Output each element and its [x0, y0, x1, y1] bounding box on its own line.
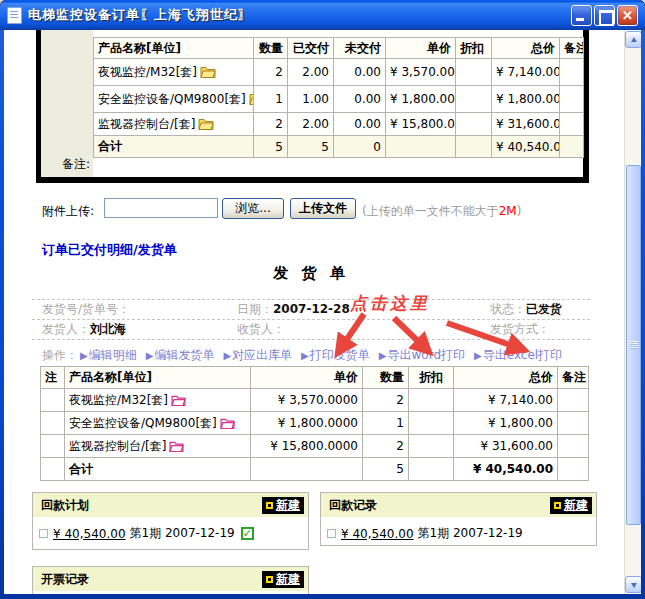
total-cell: ¥ 7,140.00	[454, 389, 558, 412]
total-cell: ¥ 1,800.00	[454, 412, 558, 435]
paid-check-icon: ✓	[241, 527, 254, 540]
op-link-label: 导出word打印	[388, 348, 466, 362]
panel-payment-plan: 回款计划 新建 ¥ 40,540.00 第1期 2007-12-19 ✓	[32, 492, 309, 550]
order-table: 产品名称[单位] 数量 已交付 未交付 单价 折扣 总价 备注 夜视监控/M32…	[93, 37, 584, 158]
qty-cell: 2	[363, 389, 409, 412]
folder-icon[interactable]	[171, 395, 186, 406]
minimize-button[interactable]	[571, 5, 592, 26]
op-link-label: 导出excel打印	[483, 348, 562, 362]
column-header: 总价	[454, 367, 558, 389]
column-header: 产品名称[单位]	[65, 367, 251, 389]
column-header: 注	[41, 367, 65, 389]
column-header: 数量	[363, 367, 409, 389]
op-outbound-link[interactable]: ▶对应出库单	[223, 347, 292, 364]
column-header: 单价	[251, 367, 363, 389]
product-name: 安全监控设备/QM9800[套]	[98, 92, 246, 106]
product-name: 夜视监控/M32[套]	[98, 65, 197, 79]
op-edit-detail-link[interactable]: ▶编辑明细	[80, 347, 137, 364]
folder-icon[interactable]	[198, 118, 214, 130]
folder-icon[interactable]	[249, 93, 254, 105]
op-print-shipping-link[interactable]: ▶打印发货单	[301, 347, 370, 364]
discount-cell	[409, 412, 454, 435]
browse-button[interactable]: 浏览...	[222, 198, 284, 219]
product-name-cell: 监视器控制台/[套]	[94, 113, 254, 136]
total-label: 合计	[94, 136, 254, 158]
total-cell: ¥ 31,600.00	[492, 113, 560, 136]
new-button-label: 新建	[564, 497, 588, 514]
product-name: 监视器控制台/[套]	[69, 439, 166, 453]
column-header: 已交付	[288, 38, 334, 59]
item-checkbox[interactable]	[327, 529, 336, 538]
remark-cell	[558, 412, 589, 435]
upload-file-button[interactable]: 上传文件	[290, 198, 356, 219]
folder-icon[interactable]	[169, 441, 184, 452]
form-label-column	[41, 30, 93, 177]
item-text: 第1期 2007-12-19	[130, 525, 235, 542]
item-checkbox[interactable]	[39, 529, 48, 538]
undelivered-cell: 0.00	[334, 86, 386, 113]
maximize-button[interactable]	[594, 5, 615, 26]
field-value: 刘北海	[90, 322, 126, 336]
new-payment-record-button[interactable]: 新建	[550, 497, 592, 514]
qty-cell: 2	[363, 435, 409, 458]
hint-size-limit: 2M	[499, 204, 517, 218]
close-button[interactable]: ✕	[617, 5, 638, 26]
note-cell	[41, 389, 65, 412]
op-link-label: 编辑明细	[89, 348, 137, 362]
op-link-label: 打印发货单	[310, 348, 370, 362]
field-value: 2007-12-28	[273, 302, 350, 316]
delivered-section-heading: 订单已交付明细/发货单	[42, 241, 177, 259]
op-export-word-link[interactable]: ▶导出word打印	[379, 347, 465, 364]
panel-title: 回款计划	[41, 497, 262, 514]
operations-row: 操作： ▶编辑明细 ▶编辑发货单 ▶对应出库单 ▶打印发货单 ▶导出word打印…	[32, 340, 590, 364]
unit-price-cell: ¥ 1,800.0000	[251, 412, 363, 435]
total-cell: ¥ 31,600.00	[454, 435, 558, 458]
item-text: 第1期 2007-12-19	[418, 525, 523, 542]
op-link-label: 对应出库单	[232, 348, 292, 362]
product-name-cell: 夜视监控/M32[套]	[94, 59, 254, 86]
amount-link[interactable]: ¥ 40,540.00	[341, 527, 414, 541]
delivered-cell: 2.00	[288, 59, 334, 86]
delivery-table: 注 产品名称[单位] 单价 数量 折扣 总价 备注 夜视监控/M32[套] ¥ …	[40, 366, 589, 481]
attachment-input[interactable]	[104, 198, 218, 218]
new-invoice-record-button[interactable]: 新建	[262, 571, 304, 588]
total-cell: ¥ 7,140.00	[492, 59, 560, 86]
product-name: 夜视监控/M32[套]	[69, 393, 168, 407]
empty-cell	[560, 136, 584, 158]
scroll-thumb[interactable]	[626, 165, 641, 525]
product-name-cell: 夜视监控/M32[套]	[65, 389, 251, 412]
payment-record-item: ¥ 40,540.00 第1期 2007-12-19	[321, 517, 596, 542]
upload-hint: (上传的单一文件不能大于2M)	[362, 203, 521, 220]
folder-icon[interactable]	[200, 66, 216, 78]
app-window: 电梯监控设备订单〖上海飞翔世纪〗 ✕ 备注: 产品名称[单位] 数量 已交付 未…	[0, 0, 645, 599]
folder-icon[interactable]	[220, 418, 235, 429]
shipping-note: 发 货 单 发货号/货单号： 日期：2007-12-28 状态：已发货 发货人：…	[32, 264, 590, 364]
panel-title: 回款记录	[329, 497, 550, 514]
empty-cell	[409, 458, 454, 481]
remark-cell	[560, 113, 584, 136]
title-bar[interactable]: 电梯监控设备订单〖上海飞翔世纪〗 ✕	[0, 0, 645, 30]
panel-header: 回款计划 新建	[33, 493, 308, 517]
panel-invoice-record: 开票记录 新建	[32, 566, 309, 594]
scroll-up-button[interactable]	[625, 31, 641, 48]
total-row: 合计 5 ¥ 40,540.00	[41, 458, 589, 481]
grand-total: ¥ 40,540.00	[492, 136, 560, 158]
vertical-scrollbar[interactable]	[624, 30, 641, 594]
column-header: 数量	[254, 38, 288, 59]
remark-cell	[558, 435, 589, 458]
total-cell: ¥ 1,800.00	[492, 86, 560, 113]
table-row: 监视器控制台/[套] 2 2.00 0.00 ¥ 15,800.00 ¥ 31,…	[94, 113, 584, 136]
column-header: 产品名称[单位]	[94, 38, 254, 59]
op-link-label: 编辑发货单	[154, 348, 214, 362]
grand-total: ¥ 40,540.00	[454, 458, 558, 481]
op-edit-shipping-link[interactable]: ▶编辑发货单	[146, 347, 215, 364]
remark-cell	[560, 59, 584, 86]
field-label: 发货方式：	[490, 322, 550, 336]
op-export-excel-link[interactable]: ▶导出excel打印	[474, 347, 562, 364]
qty-cell: 1	[363, 412, 409, 435]
new-payment-plan-button[interactable]: 新建	[262, 497, 304, 514]
scroll-down-button[interactable]	[625, 576, 641, 593]
discount-cell	[409, 435, 454, 458]
qty-cell: 2	[254, 113, 288, 136]
amount-link[interactable]: ¥ 40,540.00	[53, 527, 126, 541]
